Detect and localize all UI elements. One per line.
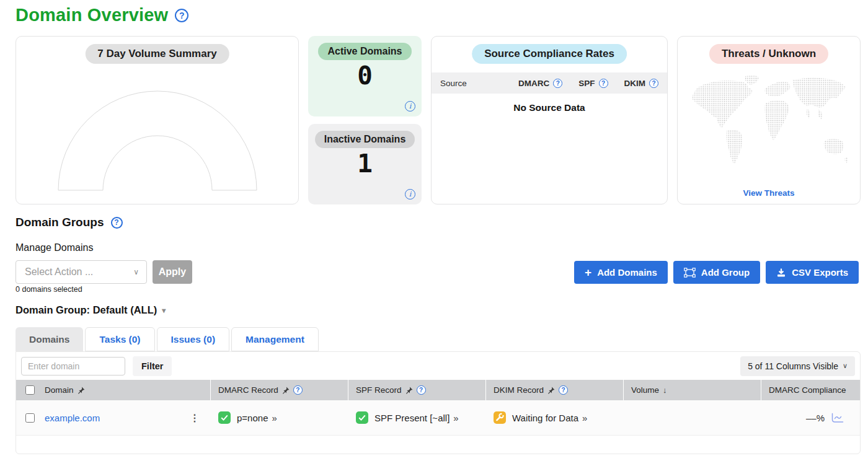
- add-domains-button[interactable]: + Add Domains: [574, 261, 668, 284]
- column-header-dmarc-record[interactable]: DMARC Record ?: [211, 380, 348, 400]
- active-domains-count: 0: [308, 62, 422, 90]
- spf-help-icon[interactable]: ?: [599, 79, 608, 88]
- inactive-domains-info-icon[interactable]: i: [405, 189, 415, 200]
- dkim-record-help-icon[interactable]: ?: [559, 385, 568, 395]
- page-help-icon[interactable]: ?: [175, 9, 188, 22]
- plus-icon: +: [585, 266, 591, 278]
- volume-summary-card: 7 Day Volume Summary: [16, 36, 299, 204]
- table-filter-bar: Filter 5 of 11 Columns Visible ∨: [16, 352, 860, 380]
- domain-overview-page: Domain Overview ? 7 Day Volume Summary A…: [0, 0, 868, 461]
- volume-summary-title: 7 Day Volume Summary: [85, 44, 229, 64]
- tab-tasks[interactable]: Tasks (0): [85, 327, 154, 351]
- sort-descending-icon: ↓: [663, 385, 667, 395]
- apply-button[interactable]: Apply: [153, 260, 192, 284]
- view-threats-link[interactable]: View Threats: [678, 188, 860, 198]
- check-icon: [356, 411, 368, 424]
- tab-issues[interactable]: Issues (0): [157, 327, 230, 351]
- dmarc-compliance-cell: ––%: [761, 400, 860, 435]
- chevron-down-icon: ∨: [133, 268, 139, 276]
- dmarc-help-icon[interactable]: ?: [553, 79, 562, 88]
- source-column-label: Source: [440, 79, 502, 88]
- inactive-domains-card: Inactive Domains 1 i: [308, 124, 422, 204]
- spf-record-help-icon[interactable]: ?: [417, 385, 426, 395]
- domain-action-buttons: + Add Domains Add Group: [574, 261, 859, 284]
- active-domains-card: Active Domains 0 i: [308, 36, 422, 116]
- domain-count-cards: Active Domains 0 i Inactive Domains 1 i: [308, 36, 422, 204]
- dmarc-record-help-icon[interactable]: ?: [293, 385, 303, 395]
- page-header: Domain Overview ?: [16, 5, 188, 25]
- summary-cards-row: 7 Day Volume Summary Active Domains 0 i …: [16, 36, 861, 204]
- source-compliance-card: Source Compliance Rates Source DMARC ? S…: [431, 36, 668, 204]
- threats-card: Threats / Unknown: [677, 36, 861, 204]
- filter-button[interactable]: Filter: [133, 356, 172, 376]
- expand-chevron-icon: »: [453, 413, 458, 423]
- tab-management[interactable]: Management: [231, 327, 319, 351]
- check-icon: [218, 411, 231, 424]
- chevron-down-icon: ∨: [843, 362, 848, 370]
- kebab-menu-icon[interactable]: ⋮: [187, 412, 202, 424]
- volume-cell: [624, 400, 761, 435]
- column-header-dkim-record[interactable]: DKIM Record ?: [486, 380, 624, 400]
- download-icon: [776, 268, 786, 278]
- action-select[interactable]: Select Action ... ∨: [16, 260, 147, 284]
- domain-filter-input[interactable]: [21, 357, 125, 375]
- wrench-icon: [494, 411, 506, 424]
- select-all-checkbox[interactable]: [25, 385, 35, 395]
- column-header-spf-record[interactable]: SPF Record ?: [348, 380, 486, 400]
- row-checkbox[interactable]: [25, 413, 35, 423]
- column-header-volume[interactable]: Volume ↓: [624, 380, 761, 400]
- inactive-domains-count: 1: [308, 150, 422, 178]
- domain-cell: example.com ⋮: [37, 400, 211, 435]
- active-domains-info-icon[interactable]: i: [405, 101, 415, 112]
- sparkline-chart-icon[interactable]: [830, 413, 844, 423]
- source-compliance-header-row: Source DMARC ? SPF ? DKIM ?: [432, 72, 667, 94]
- expand-chevron-icon: »: [582, 413, 587, 423]
- domain-groups-heading: Domain Groups: [16, 216, 104, 229]
- group-icon: [684, 268, 696, 278]
- dmarc-record-cell[interactable]: p=none »: [211, 400, 348, 435]
- domain-group-tabs: Domains Tasks (0) Issues (0) Management: [16, 327, 319, 351]
- column-header-domain[interactable]: Domain: [37, 380, 211, 400]
- dmarc-column-label: DMARC: [518, 79, 549, 88]
- table-row: example.com ⋮ p=none » SPF Present: [16, 400, 860, 436]
- inactive-domains-title: Inactive Domains: [315, 131, 415, 148]
- dkim-column-label: DKIM: [624, 79, 646, 88]
- domain-groups-header: Domain Groups ?: [16, 216, 123, 229]
- tab-domains[interactable]: Domains: [16, 327, 83, 351]
- table-header-row: Domain DMARC Record ? SPF Record: [16, 380, 860, 400]
- domain-groups-help-icon[interactable]: ?: [111, 217, 123, 229]
- domains-selected-note: 0 domains selected: [16, 285, 82, 294]
- expand-chevron-icon: »: [272, 413, 277, 423]
- column-header-dmarc-compliance[interactable]: DMARC Compliance: [761, 380, 860, 400]
- pin-icon[interactable]: [282, 387, 290, 394]
- pin-icon[interactable]: [405, 387, 413, 394]
- pin-icon[interactable]: [78, 387, 85, 394]
- volume-gauge-chart: [55, 87, 260, 194]
- threats-title: Threats / Unknown: [709, 44, 828, 64]
- active-domains-title: Active Domains: [318, 43, 411, 60]
- dkim-record-cell[interactable]: Waiting for Data »: [486, 400, 624, 435]
- source-compliance-title: Source Compliance Rates: [472, 44, 627, 64]
- domains-table: Filter 5 of 11 Columns Visible ∨ Domain: [16, 351, 861, 454]
- spf-column-label: SPF: [578, 79, 595, 88]
- columns-visible-button[interactable]: 5 of 11 Columns Visible ∨: [740, 356, 855, 376]
- page-title: Domain Overview: [16, 5, 168, 25]
- pin-icon[interactable]: [547, 387, 555, 394]
- caret-down-icon: ▾: [162, 306, 166, 315]
- compliance-value: ––%: [806, 413, 825, 423]
- no-source-data-text: No Source Data: [432, 102, 667, 113]
- action-select-value: Select Action ...: [25, 266, 93, 278]
- domain-link[interactable]: example.com: [45, 413, 100, 423]
- domain-group-selector[interactable]: Domain Group: Default (ALL) ▾: [16, 304, 166, 316]
- manage-domains-label: Manage Domains: [16, 242, 93, 253]
- csv-exports-button[interactable]: CSV Exports: [766, 261, 859, 284]
- add-group-button[interactable]: Add Group: [673, 261, 760, 284]
- dkim-help-icon[interactable]: ?: [649, 79, 658, 88]
- world-map-image: [686, 71, 853, 172]
- spf-record-cell[interactable]: SPF Present [~all] »: [348, 400, 486, 435]
